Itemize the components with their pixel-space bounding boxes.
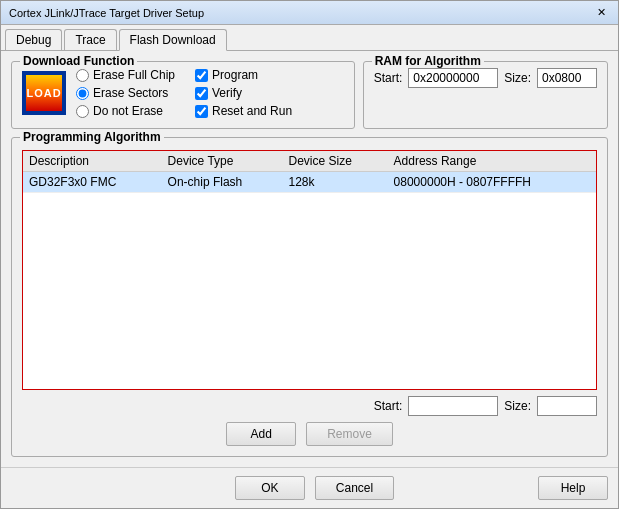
verify-label: Verify [212, 86, 242, 100]
add-remove-buttons: Add Remove [22, 422, 597, 446]
ok-button[interactable]: OK [235, 476, 305, 500]
row-address-range: 08000000H - 0807FFFFH [388, 172, 596, 193]
load-icon-text: LOAD [26, 87, 61, 99]
main-window: Cortex JLink/JTrace Target Driver Setup … [0, 0, 619, 509]
cancel-button[interactable]: Cancel [315, 476, 394, 500]
pa-inner: Description Device Type Device Size Addr… [22, 144, 597, 446]
remove-button[interactable]: Remove [306, 422, 393, 446]
program-option[interactable]: Program [195, 68, 292, 82]
size-label: Size: [504, 71, 531, 85]
row-device-size: 128k [283, 172, 388, 193]
close-button[interactable]: ✕ [593, 6, 610, 19]
col-device-size: Device Size [283, 151, 388, 172]
col-address-range: Address Range [388, 151, 596, 172]
do-not-erase-label: Do not Erase [93, 104, 163, 118]
ram-algorithm-title: RAM for Algorithm [372, 54, 484, 68]
load-icon: LOAD [22, 71, 66, 115]
algorithm-table: Description Device Type Device Size Addr… [23, 151, 596, 193]
erase-options: Erase Full Chip Erase Sectors Do not Era… [76, 68, 175, 118]
row-device-type: On-chip Flash [162, 172, 283, 193]
table-row[interactable]: GD32F3x0 FMC On-chip Flash 128k 08000000… [23, 172, 596, 193]
programming-algorithm-group: Programming Algorithm Description Device… [11, 137, 608, 457]
window-title: Cortex JLink/JTrace Target Driver Setup [9, 7, 204, 19]
row-description: GD32F3x0 FMC [23, 172, 162, 193]
ram-size-input[interactable] [537, 68, 597, 88]
reset-and-run-label: Reset and Run [212, 104, 292, 118]
program-options: Program Verify Reset and Run [195, 68, 292, 118]
erase-sectors-option[interactable]: Erase Sectors [76, 86, 175, 100]
footer-left-spacer [11, 476, 91, 500]
footer-right-group: Help [538, 476, 608, 500]
verify-option[interactable]: Verify [195, 86, 292, 100]
ram-content: Start: Size: [374, 68, 597, 88]
do-not-erase-radio[interactable] [76, 105, 89, 118]
erase-full-chip-label: Erase Full Chip [93, 68, 175, 82]
start-label: Start: [374, 71, 403, 85]
tab-trace[interactable]: Trace [64, 29, 116, 50]
reset-and-run-checkbox[interactable] [195, 105, 208, 118]
erase-sectors-radio[interactable] [76, 87, 89, 100]
ram-start-input[interactable] [408, 68, 498, 88]
algorithm-table-container: Description Device Type Device Size Addr… [22, 150, 597, 390]
load-icon-inner: LOAD [26, 75, 62, 111]
do-not-erase-option[interactable]: Do not Erase [76, 104, 175, 118]
algo-start-label: Start: [374, 399, 403, 413]
col-description: Description [23, 151, 162, 172]
erase-full-chip-radio[interactable] [76, 69, 89, 82]
col-device-type: Device Type [162, 151, 283, 172]
program-label: Program [212, 68, 258, 82]
programming-algorithm-title: Programming Algorithm [20, 130, 164, 144]
help-button[interactable]: Help [538, 476, 608, 500]
algo-size-label: Size: [504, 399, 531, 413]
erase-full-chip-option[interactable]: Erase Full Chip [76, 68, 175, 82]
erase-sectors-label: Erase Sectors [93, 86, 168, 100]
algo-start-input[interactable] [408, 396, 498, 416]
verify-checkbox[interactable] [195, 87, 208, 100]
ram-row: Start: Size: [374, 68, 597, 88]
footer-buttons: OK Cancel Help [11, 476, 608, 500]
download-function-title: Download Function [20, 54, 137, 68]
add-button[interactable]: Add [226, 422, 296, 446]
top-panels: Download Function LOAD Erase Full Chip [11, 61, 608, 129]
ram-algorithm-group: RAM for Algorithm Start: Size: [363, 61, 608, 129]
footer: OK Cancel Help [1, 467, 618, 508]
download-function-content: LOAD Erase Full Chip Erase Sectors [22, 68, 344, 118]
footer-center-group: OK Cancel [235, 476, 394, 500]
title-bar: Cortex JLink/JTrace Target Driver Setup … [1, 1, 618, 25]
content-area: Download Function LOAD Erase Full Chip [1, 51, 618, 467]
reset-and-run-option[interactable]: Reset and Run [195, 104, 292, 118]
algo-size-input[interactable] [537, 396, 597, 416]
start-size-row: Start: Size: [22, 396, 597, 416]
tab-flash-download[interactable]: Flash Download [119, 29, 227, 51]
tab-debug[interactable]: Debug [5, 29, 62, 50]
program-checkbox[interactable] [195, 69, 208, 82]
tab-bar: Debug Trace Flash Download [1, 25, 618, 51]
download-function-group: Download Function LOAD Erase Full Chip [11, 61, 355, 129]
